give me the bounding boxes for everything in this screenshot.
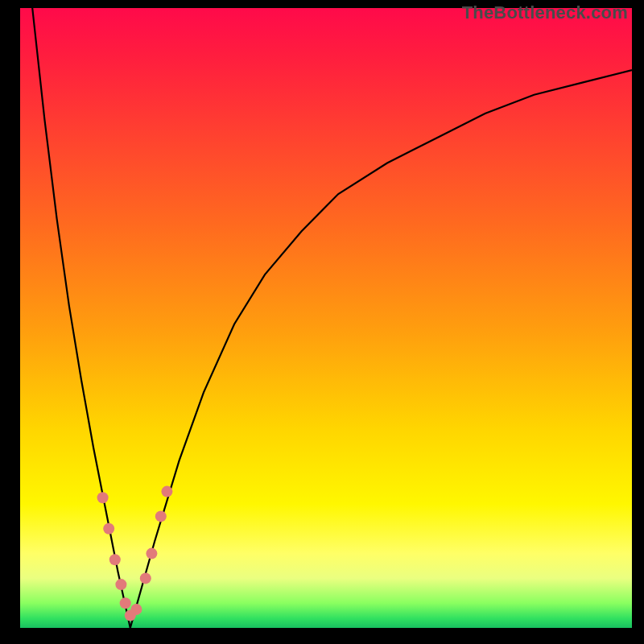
valley-dot (120, 597, 131, 609)
valley-dot (115, 579, 126, 590)
chart-frame: TheBottleneck.com (0, 0, 644, 644)
valley-dot (97, 492, 109, 503)
right-curve (130, 70, 632, 628)
valley-dot (109, 554, 121, 565)
valley-dot (130, 604, 142, 615)
watermark-text: TheBottleneck.com (462, 2, 628, 23)
plot-area (20, 8, 632, 628)
valley-dot (103, 523, 114, 535)
valley-dot (161, 486, 172, 497)
valley-dot (146, 548, 157, 559)
valley-dot (140, 572, 151, 584)
valley-dot (155, 510, 167, 522)
curves-svg (20, 8, 632, 628)
left-curve (32, 8, 130, 628)
valley-dots (97, 486, 173, 621)
